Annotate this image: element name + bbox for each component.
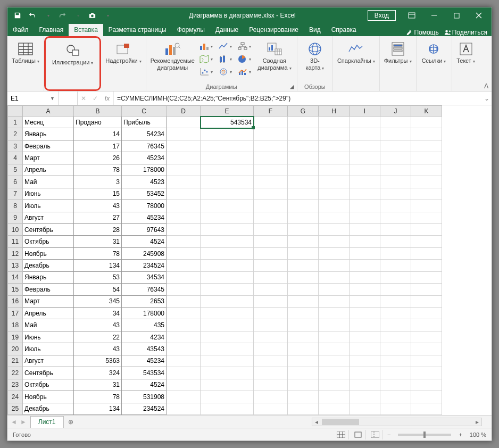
fx-icon[interactable]: fx [101, 92, 114, 105]
cell[interactable] [254, 391, 288, 403]
cell[interactable] [288, 403, 319, 415]
cell[interactable] [167, 247, 201, 259]
sheet-tab[interactable]: Лист1 [30, 416, 64, 428]
cell[interactable] [380, 176, 411, 188]
cell[interactable] [167, 391, 201, 403]
name-box[interactable]: E1▼ [7, 92, 59, 105]
cell[interactable]: Июнь [23, 188, 74, 200]
cell[interactable] [319, 223, 350, 235]
cell[interactable] [380, 319, 411, 331]
cell[interactable] [350, 247, 380, 259]
spreadsheet-grid[interactable]: ABCDEFGHIJK 1МесяцПроданоПрибыль5435342Я… [7, 105, 492, 415]
cell[interactable] [288, 152, 319, 164]
cell[interactable]: 435 [122, 319, 167, 331]
tables-button[interactable]: Таблицы [11, 38, 40, 67]
cell[interactable] [201, 223, 254, 235]
cell[interactable] [350, 343, 380, 355]
cell[interactable]: Июль [23, 200, 74, 212]
cell[interactable] [254, 200, 288, 212]
save-icon[interactable] [11, 9, 24, 22]
cell[interactable] [350, 331, 380, 343]
cell[interactable] [411, 355, 442, 367]
cell[interactable]: 76345 [122, 284, 167, 295]
cell[interactable] [288, 200, 319, 212]
cell[interactable]: 134 [74, 403, 122, 415]
cell[interactable]: 234524 [122, 260, 167, 271]
horizontal-scrollbar[interactable]: ◂▸ [78, 416, 492, 428]
col-header[interactable]: D [167, 106, 201, 117]
cell[interactable] [411, 343, 442, 355]
cell[interactable] [380, 260, 411, 271]
cell[interactable] [254, 223, 288, 235]
illustrations-button[interactable]: Иллюстрации [51, 40, 94, 69]
cell[interactable]: 543534 [122, 367, 167, 379]
cell[interactable] [201, 284, 254, 295]
col-header[interactable]: I [350, 106, 380, 117]
cell[interactable] [254, 247, 288, 259]
cell[interactable] [380, 295, 411, 307]
cell[interactable] [254, 284, 288, 295]
cell[interactable]: Июнь [23, 331, 74, 343]
links-button[interactable]: Ссылки [420, 38, 448, 67]
cell[interactable]: 43 [74, 319, 122, 331]
cell[interactable] [319, 295, 350, 307]
cell[interactable] [380, 284, 411, 295]
cell[interactable] [319, 117, 350, 128]
cell[interactable] [350, 295, 380, 307]
cell[interactable] [288, 367, 319, 379]
normal-view-icon[interactable] [334, 430, 349, 439]
cell[interactable] [167, 367, 201, 379]
tab-pagelayout[interactable]: Разметка страницы [103, 24, 172, 36]
cell[interactable] [319, 212, 350, 223]
cell[interactable] [380, 271, 411, 283]
cell[interactable] [167, 295, 201, 307]
cell[interactable] [380, 379, 411, 391]
cell[interactable] [380, 128, 411, 140]
cell[interactable] [380, 117, 411, 128]
cell[interactable] [411, 223, 442, 235]
cell[interactable] [254, 355, 288, 367]
cell[interactable] [254, 308, 288, 319]
cell[interactable] [254, 236, 288, 247]
cell[interactable] [201, 260, 254, 271]
cell[interactable]: 53452 [122, 188, 167, 200]
tab-help[interactable]: Справка [326, 24, 362, 36]
minimize-icon[interactable] [423, 8, 445, 23]
cell[interactable]: 14 [74, 128, 122, 140]
col-header[interactable]: B [74, 106, 122, 117]
cell[interactable] [380, 188, 411, 200]
cell[interactable] [201, 319, 254, 331]
cell[interactable] [411, 212, 442, 223]
cell[interactable] [350, 308, 380, 319]
cell[interactable] [288, 319, 319, 331]
sparklines-button[interactable]: Спарклайны [336, 38, 376, 67]
cell[interactable]: 54234 [122, 128, 167, 140]
cell[interactable] [411, 260, 442, 271]
cell[interactable] [350, 271, 380, 283]
cell[interactable] [167, 343, 201, 355]
cell[interactable]: Ноябрь [23, 391, 74, 403]
cell[interactable] [201, 236, 254, 247]
row-header[interactable]: 19 [8, 331, 23, 343]
cell[interactable] [254, 260, 288, 271]
row-header[interactable]: 4 [8, 152, 23, 164]
cell[interactable] [319, 176, 350, 188]
cell[interactable] [167, 271, 201, 283]
cell[interactable]: 43543 [122, 343, 167, 355]
cell[interactable] [201, 331, 254, 343]
cell[interactable] [411, 247, 442, 259]
row-header[interactable]: 11 [8, 236, 23, 247]
cell[interactable] [380, 212, 411, 223]
cell[interactable] [201, 379, 254, 391]
cell[interactable] [411, 367, 442, 379]
new-sheet-button[interactable]: ⊕ [64, 416, 78, 428]
cell[interactable] [411, 295, 442, 307]
text-button[interactable]: Текст [455, 38, 477, 67]
cell[interactable]: Октябрь [23, 236, 74, 247]
cell[interactable] [319, 271, 350, 283]
tab-view[interactable]: Вид [304, 24, 326, 36]
cell[interactable]: 78 [74, 391, 122, 403]
cell[interactable]: Февраль [23, 284, 74, 295]
cell[interactable] [411, 319, 442, 331]
cell[interactable] [288, 271, 319, 283]
